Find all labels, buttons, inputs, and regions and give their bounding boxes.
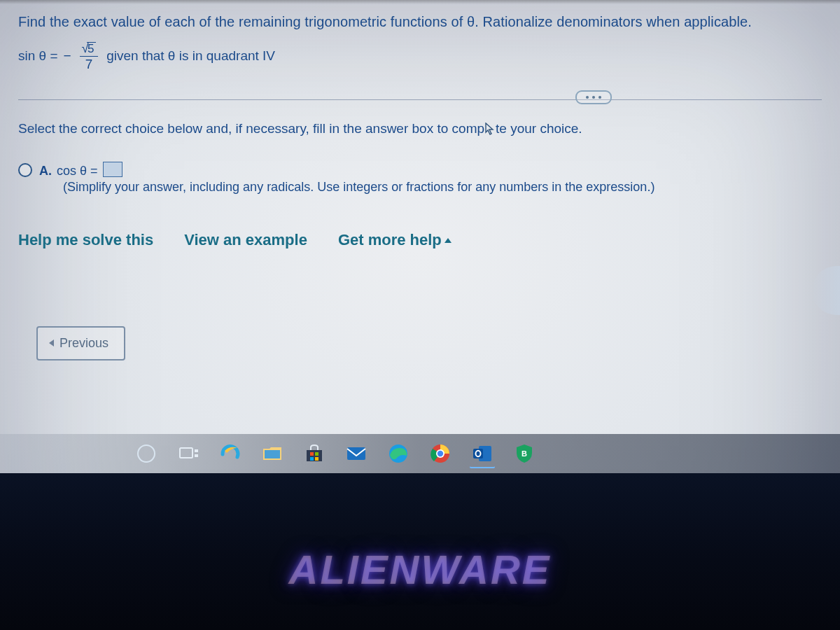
internet-explorer-icon[interactable] <box>217 440 244 467</box>
choice-a-expression: cos θ = <box>57 164 98 178</box>
svg-rect-5 <box>310 452 314 456</box>
svg-rect-8 <box>315 457 318 461</box>
choice-a-row: A. cos θ = <box>18 162 822 178</box>
svg-rect-2 <box>195 449 198 452</box>
cortana-icon[interactable] <box>133 440 160 467</box>
svg-text:B: B <box>522 449 527 458</box>
help-row: Help me solve this View an example Get m… <box>18 231 822 249</box>
edge-icon[interactable] <box>385 440 412 467</box>
svg-point-13 <box>438 451 443 456</box>
answer-input-box[interactable] <box>103 162 122 177</box>
svg-point-0 <box>138 445 155 462</box>
svg-rect-7 <box>310 457 314 461</box>
svg-rect-4 <box>265 450 280 458</box>
minus-sign: − <box>64 48 71 64</box>
mail-icon[interactable] <box>343 440 370 467</box>
get-more-help-link[interactable]: Get more help <box>338 231 451 249</box>
more-options-button[interactable] <box>575 90 612 104</box>
svg-rect-3 <box>195 454 198 457</box>
select-correct-prompt: Select the correct choice below and, if … <box>18 121 822 136</box>
task-view-icon[interactable] <box>175 440 202 467</box>
help-me-solve-link[interactable]: Help me solve this <box>18 231 153 249</box>
section-divider <box>18 99 822 100</box>
outlook-icon[interactable] <box>469 440 496 467</box>
choice-a-label: A. <box>39 164 52 178</box>
svg-rect-6 <box>315 452 318 456</box>
caret-up-icon <box>444 238 451 243</box>
alienware-brand: ALIENWARE <box>0 546 840 593</box>
choice-a-radio[interactable] <box>18 163 32 177</box>
fraction-denominator: 7 <box>80 56 99 71</box>
previous-label: Previous <box>59 336 108 351</box>
given-equation: sin θ = − √ 5 7 given that θ is in quadr… <box>18 41 822 71</box>
sqrt-argument: 5 <box>87 42 96 55</box>
sin-label: sin θ = <box>18 48 58 64</box>
view-example-link[interactable]: View an example <box>184 231 307 249</box>
file-explorer-icon[interactable] <box>259 440 286 467</box>
square-root: √ 5 <box>81 41 96 55</box>
windows-taskbar: B <box>0 434 840 473</box>
arrow-left-icon <box>49 340 54 346</box>
security-shield-icon[interactable]: B <box>511 440 538 467</box>
previous-button[interactable]: Previous <box>36 326 125 360</box>
cursor-icon <box>484 122 496 135</box>
microsoft-store-icon[interactable] <box>301 440 328 467</box>
svg-rect-9 <box>347 447 365 460</box>
given-condition: given that θ is in quadrant IV <box>106 48 275 64</box>
svg-rect-1 <box>180 448 192 458</box>
problem-instruction: Find the exact value of each of the rema… <box>18 14 822 30</box>
chrome-icon[interactable] <box>427 440 454 467</box>
choice-a-hint: (Simplify your answer, including any rad… <box>63 180 822 195</box>
fraction: √ 5 7 <box>80 41 99 71</box>
